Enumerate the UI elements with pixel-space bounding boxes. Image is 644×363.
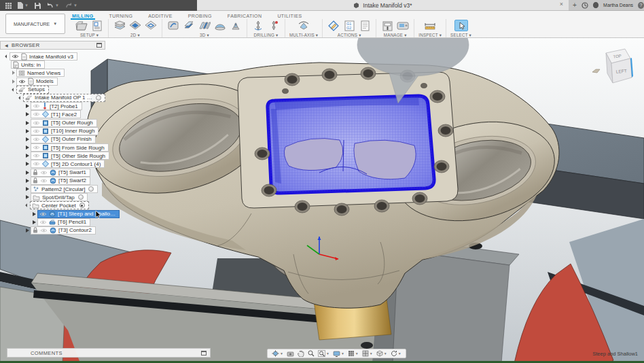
display-settings-icon[interactable]: ▼ (332, 349, 346, 358)
visibility-eye-icon[interactable] (39, 211, 47, 217)
redo-icon[interactable]: ▼ (65, 3, 77, 8)
panel-label-actions[interactable]: ACTIONS ▾ (338, 33, 361, 37)
visibility-eye-icon[interactable] (39, 220, 47, 225)
tree-expand-icon[interactable] (33, 220, 36, 224)
tap-icon[interactable] (267, 20, 281, 31)
visual-style-icon[interactable]: ▼ (375, 349, 389, 358)
visibility-eye-icon[interactable] (40, 170, 48, 175)
browser-item-t5-other-side-rough[interactable]: [T5] Other Side Rough (31, 152, 109, 160)
tab-close-icon[interactable]: × (560, 1, 563, 7)
viewcube[interactable]: TOP LEFT (583, 41, 636, 88)
panel-label-inspect[interactable]: INSPECT ▾ (418, 33, 442, 37)
tree-expand-icon[interactable] (12, 88, 16, 92)
tree-expand-icon[interactable] (26, 228, 29, 232)
browser-item-t6-pencil1[interactable]: [T6] Pencil1 (37, 218, 90, 226)
post-process-icon[interactable]: G1G2 (342, 20, 356, 31)
visibility-eye-icon[interactable] (40, 178, 48, 184)
browser-item-t5-outer-finish[interactable]: [T5] Outer Finish (31, 135, 96, 143)
tree-expand-icon[interactable] (26, 195, 29, 199)
collapse-arrow-icon[interactable]: ◀ (5, 43, 8, 48)
panel-label-select[interactable]: SELECT ▾ (450, 33, 471, 37)
viewport-3d[interactable]: ◀ BROWSER Intake Manifold v3 Units: in (0, 38, 644, 363)
measure-icon[interactable] (423, 20, 437, 31)
panel-label-drilling[interactable]: DRILLING ▾ (254, 33, 279, 37)
sync-status-icon[interactable] (582, 0, 588, 12)
visibility-eye-icon[interactable] (40, 228, 48, 233)
tree-expand-icon[interactable] (26, 129, 29, 133)
tree-expand-icon[interactable] (26, 145, 29, 150)
browser-item-named-views[interactable]: Named Views (16, 69, 65, 77)
tree-expand-icon[interactable] (12, 80, 15, 84)
face-icon[interactable] (113, 20, 126, 31)
tree-expand-icon[interactable] (26, 112, 29, 116)
undo-icon[interactable]: ▼ (47, 3, 59, 8)
help-icon[interactable]: ? (638, 2, 644, 9)
orbit-icon[interactable]: ▼ (270, 349, 285, 358)
orbit-reset-icon[interactable]: ▼ (389, 349, 403, 358)
toolpath-pocket[interactable] (268, 96, 434, 193)
browser-item-setups[interactable]: Setups (16, 86, 49, 94)
tree-expand-icon[interactable] (26, 154, 29, 158)
browser-item-t5-2d-contour1-4[interactable]: [T5] 2D Contour1 (4) (31, 160, 105, 168)
tree-expand-icon[interactable] (12, 71, 15, 75)
parallel-icon[interactable] (198, 20, 211, 31)
browser-item-intake-manifold-v3[interactable]: Intake Manifold v3 (10, 52, 77, 60)
browser-panel-header[interactable]: ◀ BROWSER (0, 41, 105, 50)
tab-probing[interactable]: PROBING (187, 12, 213, 19)
2d-contour-icon[interactable] (144, 20, 158, 31)
tree-expand-icon[interactable] (26, 187, 29, 191)
multi-axis-icon[interactable] (297, 20, 310, 31)
setup-folder-icon[interactable] (90, 20, 104, 31)
visibility-eye-icon[interactable] (33, 120, 40, 126)
tab-fabrication[interactable]: FABRICATION (226, 12, 264, 19)
simulate-icon[interactable] (327, 20, 340, 31)
look-at-icon[interactable] (285, 349, 296, 358)
browser-item-t2-probe1[interactable]: [T2] Probe1 (31, 102, 82, 110)
visibility-eye-icon[interactable] (33, 103, 40, 109)
tab-utilities[interactable]: UTILITIES (276, 12, 303, 19)
tree-expand-icon[interactable] (26, 162, 29, 166)
visibility-eye-icon[interactable] (33, 137, 40, 142)
browser-item-intake-manifold-op-1[interactable]: Intake Manifold OP 1 … (23, 94, 105, 102)
pan-icon[interactable] (296, 349, 306, 358)
viewcube-cube[interactable]: TOP LEFT (606, 49, 633, 83)
tab-additive[interactable]: ADDITIVE (147, 12, 173, 19)
visibility-eye-icon[interactable] (12, 54, 19, 59)
tree-expand-icon[interactable] (26, 137, 29, 141)
tab-milling[interactable]: MILLING (71, 12, 95, 19)
browser-item-models[interactable]: Models (16, 77, 58, 86)
visibility-eye-icon[interactable] (18, 79, 26, 84)
pocket-clearing-icon[interactable] (182, 20, 196, 31)
panel-label-setup[interactable]: SETUP ▾ (80, 33, 99, 37)
tab-turning[interactable]: TURNING (108, 12, 135, 19)
panel-label-3d[interactable]: 3D ▾ (200, 33, 209, 37)
comments-bar[interactable]: COMMENTS (7, 348, 211, 358)
save-icon[interactable] (35, 3, 41, 9)
spiral-icon[interactable] (229, 20, 243, 31)
select-icon[interactable] (454, 20, 468, 31)
panel-label-2d[interactable]: 2D ▾ (130, 33, 140, 37)
user-name[interactable]: Martha Deans (603, 3, 633, 7)
tree-expand-icon[interactable] (25, 204, 29, 208)
browser-item-t5-swarf2[interactable]: [T5] Swarf2 (31, 177, 90, 185)
browser-item-units-in[interactable]: Units: in (11, 60, 45, 69)
zoom-icon[interactable] (306, 349, 316, 358)
grid-snaps-icon[interactable]: ▼ (346, 349, 360, 358)
browser-item-pattern2-circular[interactable]: Pattern2 [Circular] (31, 185, 98, 193)
viewcube-left-face[interactable]: LEFT (616, 68, 627, 73)
tree-expand-icon[interactable] (26, 171, 29, 175)
browser-item-t1-steep-and-shallo[interactable]: [T1] Steep and Shallo… (37, 210, 120, 218)
viewcube-home-icon[interactable] (592, 69, 600, 73)
browser-item-t10-inner-rough[interactable]: [T10] Inner Rough (31, 127, 99, 135)
workspace-selector[interactable]: MANUFACTURE ▼ (5, 14, 65, 34)
visibility-eye-icon[interactable] (33, 161, 40, 167)
browser-item-spot-drill-tap[interactable]: Spot/Drill/Tap (31, 193, 88, 201)
app-grid-icon[interactable] (5, 3, 12, 9)
viewports-icon[interactable]: ▼ (361, 349, 374, 358)
tool-library-icon[interactable] (380, 20, 394, 31)
panel-label-multi-axis[interactable]: MULTI-AXIS ▾ (289, 33, 318, 37)
tree-expand-icon[interactable] (5, 54, 9, 58)
document-tab[interactable]: Intake Manifold v3* × (197, 0, 569, 11)
visibility-eye-icon[interactable] (33, 128, 40, 134)
panel-label-manage[interactable]: MANAGE ▾ (384, 33, 407, 37)
